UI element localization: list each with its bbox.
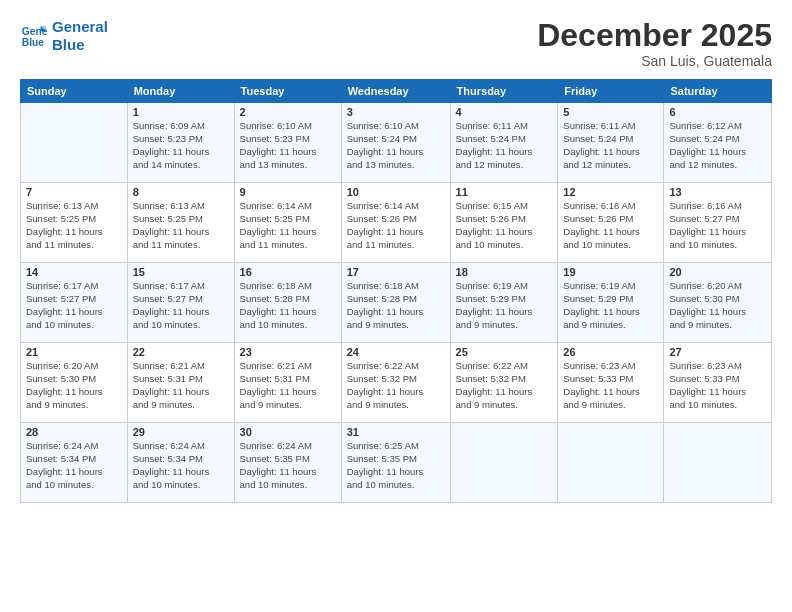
day-info: Sunrise: 6:21 AMSunset: 5:31 PMDaylight:… bbox=[240, 360, 336, 411]
calendar-cell: 19Sunrise: 6:19 AMSunset: 5:29 PMDayligh… bbox=[558, 263, 664, 343]
day-info: Sunrise: 6:16 AMSunset: 5:27 PMDaylight:… bbox=[669, 200, 766, 251]
day-info: Sunrise: 6:11 AMSunset: 5:24 PMDaylight:… bbox=[563, 120, 658, 171]
calendar-week-row: 1Sunrise: 6:09 AMSunset: 5:23 PMDaylight… bbox=[21, 103, 772, 183]
month-title: December 2025 bbox=[537, 18, 772, 53]
day-info: Sunrise: 6:11 AMSunset: 5:24 PMDaylight:… bbox=[456, 120, 553, 171]
weekday-header-tuesday: Tuesday bbox=[234, 80, 341, 103]
calendar-cell: 24Sunrise: 6:22 AMSunset: 5:32 PMDayligh… bbox=[341, 343, 450, 423]
day-info: Sunrise: 6:18 AMSunset: 5:28 PMDaylight:… bbox=[347, 280, 445, 331]
calendar-cell: 21Sunrise: 6:20 AMSunset: 5:30 PMDayligh… bbox=[21, 343, 128, 423]
calendar-cell: 31Sunrise: 6:25 AMSunset: 5:35 PMDayligh… bbox=[341, 423, 450, 503]
logo-line1: General bbox=[52, 18, 108, 35]
calendar-cell: 6Sunrise: 6:12 AMSunset: 5:24 PMDaylight… bbox=[664, 103, 772, 183]
day-number: 22 bbox=[133, 346, 229, 358]
calendar-week-row: 7Sunrise: 6:13 AMSunset: 5:25 PMDaylight… bbox=[21, 183, 772, 263]
day-number: 27 bbox=[669, 346, 766, 358]
day-number: 12 bbox=[563, 186, 658, 198]
day-info: Sunrise: 6:12 AMSunset: 5:24 PMDaylight:… bbox=[669, 120, 766, 171]
day-number: 30 bbox=[240, 426, 336, 438]
calendar-cell: 1Sunrise: 6:09 AMSunset: 5:23 PMDaylight… bbox=[127, 103, 234, 183]
day-info: Sunrise: 6:10 AMSunset: 5:24 PMDaylight:… bbox=[347, 120, 445, 171]
day-number: 2 bbox=[240, 106, 336, 118]
calendar-cell: 13Sunrise: 6:16 AMSunset: 5:27 PMDayligh… bbox=[664, 183, 772, 263]
day-number: 24 bbox=[347, 346, 445, 358]
logo-icon: General Blue bbox=[20, 22, 48, 50]
day-info: Sunrise: 6:17 AMSunset: 5:27 PMDaylight:… bbox=[26, 280, 122, 331]
calendar-cell: 10Sunrise: 6:14 AMSunset: 5:26 PMDayligh… bbox=[341, 183, 450, 263]
calendar-cell: 20Sunrise: 6:20 AMSunset: 5:30 PMDayligh… bbox=[664, 263, 772, 343]
calendar-cell bbox=[664, 423, 772, 503]
calendar-cell: 28Sunrise: 6:24 AMSunset: 5:34 PMDayligh… bbox=[21, 423, 128, 503]
day-number: 15 bbox=[133, 266, 229, 278]
calendar-cell bbox=[21, 103, 128, 183]
calendar-cell: 25Sunrise: 6:22 AMSunset: 5:32 PMDayligh… bbox=[450, 343, 558, 423]
day-number: 13 bbox=[669, 186, 766, 198]
day-info: Sunrise: 6:16 AMSunset: 5:26 PMDaylight:… bbox=[563, 200, 658, 251]
calendar-cell: 7Sunrise: 6:13 AMSunset: 5:25 PMDaylight… bbox=[21, 183, 128, 263]
weekday-header-saturday: Saturday bbox=[664, 80, 772, 103]
day-info: Sunrise: 6:09 AMSunset: 5:23 PMDaylight:… bbox=[133, 120, 229, 171]
day-info: Sunrise: 6:22 AMSunset: 5:32 PMDaylight:… bbox=[456, 360, 553, 411]
calendar-week-row: 14Sunrise: 6:17 AMSunset: 5:27 PMDayligh… bbox=[21, 263, 772, 343]
day-number: 5 bbox=[563, 106, 658, 118]
calendar-week-row: 21Sunrise: 6:20 AMSunset: 5:30 PMDayligh… bbox=[21, 343, 772, 423]
weekday-header-row: SundayMondayTuesdayWednesdayThursdayFrid… bbox=[21, 80, 772, 103]
calendar-cell bbox=[450, 423, 558, 503]
day-number: 20 bbox=[669, 266, 766, 278]
day-number: 18 bbox=[456, 266, 553, 278]
day-number: 31 bbox=[347, 426, 445, 438]
calendar-cell: 14Sunrise: 6:17 AMSunset: 5:27 PMDayligh… bbox=[21, 263, 128, 343]
calendar-cell: 4Sunrise: 6:11 AMSunset: 5:24 PMDaylight… bbox=[450, 103, 558, 183]
day-number: 14 bbox=[26, 266, 122, 278]
logo: General Blue General Blue bbox=[20, 18, 108, 54]
location: San Luis, Guatemala bbox=[537, 53, 772, 69]
day-number: 9 bbox=[240, 186, 336, 198]
day-info: Sunrise: 6:24 AMSunset: 5:35 PMDaylight:… bbox=[240, 440, 336, 491]
calendar-cell: 9Sunrise: 6:14 AMSunset: 5:25 PMDaylight… bbox=[234, 183, 341, 263]
calendar-cell: 17Sunrise: 6:18 AMSunset: 5:28 PMDayligh… bbox=[341, 263, 450, 343]
calendar-cell: 2Sunrise: 6:10 AMSunset: 5:23 PMDaylight… bbox=[234, 103, 341, 183]
weekday-header-thursday: Thursday bbox=[450, 80, 558, 103]
svg-text:Blue: Blue bbox=[22, 37, 45, 48]
calendar-cell bbox=[558, 423, 664, 503]
calendar-cell: 18Sunrise: 6:19 AMSunset: 5:29 PMDayligh… bbox=[450, 263, 558, 343]
day-number: 26 bbox=[563, 346, 658, 358]
day-info: Sunrise: 6:23 AMSunset: 5:33 PMDaylight:… bbox=[563, 360, 658, 411]
header: General Blue General Blue December 2025 … bbox=[20, 18, 772, 69]
day-info: Sunrise: 6:19 AMSunset: 5:29 PMDaylight:… bbox=[563, 280, 658, 331]
day-number: 6 bbox=[669, 106, 766, 118]
day-number: 16 bbox=[240, 266, 336, 278]
day-info: Sunrise: 6:14 AMSunset: 5:26 PMDaylight:… bbox=[347, 200, 445, 251]
weekday-header-sunday: Sunday bbox=[21, 80, 128, 103]
day-number: 25 bbox=[456, 346, 553, 358]
day-info: Sunrise: 6:24 AMSunset: 5:34 PMDaylight:… bbox=[133, 440, 229, 491]
title-block: December 2025 San Luis, Guatemala bbox=[537, 18, 772, 69]
day-number: 1 bbox=[133, 106, 229, 118]
day-number: 8 bbox=[133, 186, 229, 198]
calendar-cell: 26Sunrise: 6:23 AMSunset: 5:33 PMDayligh… bbox=[558, 343, 664, 423]
calendar-cell: 29Sunrise: 6:24 AMSunset: 5:34 PMDayligh… bbox=[127, 423, 234, 503]
day-info: Sunrise: 6:22 AMSunset: 5:32 PMDaylight:… bbox=[347, 360, 445, 411]
day-number: 11 bbox=[456, 186, 553, 198]
calendar-cell: 12Sunrise: 6:16 AMSunset: 5:26 PMDayligh… bbox=[558, 183, 664, 263]
page: General Blue General Blue December 2025 … bbox=[0, 0, 792, 612]
day-info: Sunrise: 6:23 AMSunset: 5:33 PMDaylight:… bbox=[669, 360, 766, 411]
logo-line2: Blue bbox=[52, 36, 85, 53]
day-number: 29 bbox=[133, 426, 229, 438]
day-info: Sunrise: 6:13 AMSunset: 5:25 PMDaylight:… bbox=[133, 200, 229, 251]
day-number: 28 bbox=[26, 426, 122, 438]
calendar-cell: 30Sunrise: 6:24 AMSunset: 5:35 PMDayligh… bbox=[234, 423, 341, 503]
day-info: Sunrise: 6:25 AMSunset: 5:35 PMDaylight:… bbox=[347, 440, 445, 491]
day-info: Sunrise: 6:20 AMSunset: 5:30 PMDaylight:… bbox=[669, 280, 766, 331]
calendar-table: SundayMondayTuesdayWednesdayThursdayFrid… bbox=[20, 79, 772, 503]
day-info: Sunrise: 6:13 AMSunset: 5:25 PMDaylight:… bbox=[26, 200, 122, 251]
calendar-cell: 23Sunrise: 6:21 AMSunset: 5:31 PMDayligh… bbox=[234, 343, 341, 423]
calendar-cell: 5Sunrise: 6:11 AMSunset: 5:24 PMDaylight… bbox=[558, 103, 664, 183]
calendar-week-row: 28Sunrise: 6:24 AMSunset: 5:34 PMDayligh… bbox=[21, 423, 772, 503]
day-info: Sunrise: 6:19 AMSunset: 5:29 PMDaylight:… bbox=[456, 280, 553, 331]
day-number: 19 bbox=[563, 266, 658, 278]
day-info: Sunrise: 6:24 AMSunset: 5:34 PMDaylight:… bbox=[26, 440, 122, 491]
calendar-cell: 3Sunrise: 6:10 AMSunset: 5:24 PMDaylight… bbox=[341, 103, 450, 183]
day-info: Sunrise: 6:18 AMSunset: 5:28 PMDaylight:… bbox=[240, 280, 336, 331]
day-info: Sunrise: 6:14 AMSunset: 5:25 PMDaylight:… bbox=[240, 200, 336, 251]
